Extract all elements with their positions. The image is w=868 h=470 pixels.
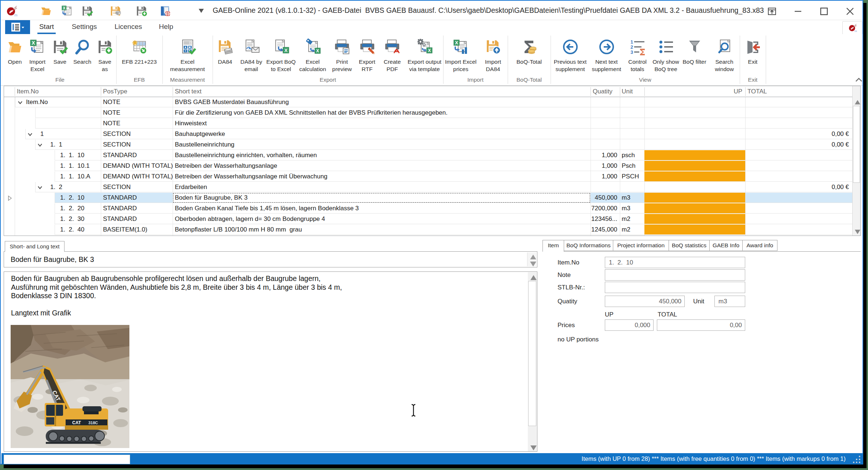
spin-down-icon[interactable]	[527, 259, 536, 266]
save-download-icon[interactable]	[135, 5, 148, 17]
right-panel-tab-award-info[interactable]: Award info	[742, 240, 777, 251]
save-check-icon[interactable]	[81, 5, 93, 17]
table-row[interactable]: STANDARDBoden für Baugrube, BK 3450,000m…	[4, 193, 852, 203]
minimize-button[interactable]	[792, 5, 804, 18]
ribbon-button-label: DA84 byemail	[238, 58, 265, 73]
grid-vertical-scrollbar[interactable]	[852, 86, 860, 236]
collapse-window-icon	[766, 12, 778, 19]
grid-column-header-unit[interactable]: Unit	[622, 86, 646, 97]
table-row[interactable]: NOTEBVBS GAEB Musterdatei Bauausführung	[4, 97, 852, 108]
grid-column-header-postype[interactable]: PosType	[103, 86, 175, 97]
table-row[interactable]: STANDARDBaustelleneinrichtung einrichten…	[4, 150, 852, 161]
scrollbar-thumb[interactable]	[853, 106, 860, 183]
scroll-up-icon[interactable]	[528, 272, 537, 281]
cell-total: 0,00 €	[745, 182, 852, 192]
open-folder-icon[interactable]	[40, 5, 52, 17]
maximize-button[interactable]	[818, 5, 830, 18]
up-price-field[interactable]: 0,000	[605, 319, 654, 331]
menu-tab-start[interactable]: Start	[37, 20, 56, 34]
ribbon-button-label: BoQ filter	[680, 58, 709, 66]
cell-pos-type: NOTE	[101, 108, 173, 118]
svg-text:X: X	[32, 40, 35, 46]
menu-tab-help[interactable]: Help	[157, 20, 175, 34]
tree-expander-icon[interactable]	[17, 100, 23, 106]
total-price-field[interactable]: 0,00	[657, 319, 745, 331]
grid-body: NOTEBVBS GAEB Musterdatei BauausführungI…	[4, 97, 860, 236]
ribbon-button-label: DA84	[213, 58, 238, 66]
book-globe-icon[interactable]	[159, 5, 171, 17]
right-panel-tab-item[interactable]: Item	[542, 240, 564, 252]
menu-tab-settings[interactable]: Settings	[70, 20, 99, 34]
tab-short-and-long-text[interactable]: Short- and Long text	[5, 241, 65, 252]
no-up-portions-text: no UP portions	[558, 335, 599, 344]
grid-column-header-quatity[interactable]: Quatity	[593, 86, 622, 97]
tree-expander-icon[interactable]	[27, 132, 33, 137]
right-panel-tab-project-information[interactable]: Project information	[613, 240, 669, 251]
item-no-field[interactable]: 1. 2. 10	[605, 257, 745, 268]
cell-quantity	[591, 129, 620, 139]
cell-item-no	[35, 118, 101, 129]
unit-field[interactable]: m3	[714, 296, 745, 307]
desktop-background: 21 X GAEB-Online 2021 (v8.1.0.1-32) - GA…	[0, 0, 868, 470]
cell-unit	[620, 182, 644, 192]
save-package-icon[interactable]	[109, 5, 122, 17]
cell-up	[644, 140, 745, 150]
grid-column-header-total[interactable]: TOTAL	[747, 86, 854, 97]
short-text-field[interactable]: Boden für Baugrube, BK 3	[4, 251, 537, 267]
gaeb-brand-button[interactable]: 21	[842, 21, 863, 34]
ribbon-group-view: View	[551, 76, 740, 84]
tree-expander-icon[interactable]	[37, 185, 43, 190]
cell-item-no	[35, 140, 101, 150]
item-no-value: 1	[40, 129, 44, 139]
spin-up-icon[interactable]	[527, 252, 536, 259]
collapse-ribbon-icon[interactable]	[855, 77, 863, 83]
table-row[interactable]: NOTEHinweistext	[4, 118, 852, 129]
grid-column-header-item-no[interactable]: Item.No	[17, 86, 103, 97]
note-field[interactable]	[605, 269, 745, 281]
menu-tab-licences[interactable]: Licences	[114, 20, 143, 34]
right-panel-tab-gaeb-info[interactable]: GAEB Info	[709, 240, 743, 251]
app-menu-button[interactable]	[5, 20, 30, 34]
resize-grip-icon[interactable]	[852, 454, 861, 464]
close-button[interactable]	[844, 5, 856, 18]
scrollbar-thumb[interactable]	[528, 281, 536, 426]
tree-expander-icon[interactable]	[37, 142, 43, 148]
ribbon-button-label: CreatePDF	[379, 58, 406, 73]
import-excel-icon[interactable]: X	[61, 5, 73, 17]
scroll-down-icon[interactable]	[528, 443, 537, 451]
item-no-value: 1. 2. 40	[60, 225, 84, 235]
quantity-field[interactable]: 450,000	[605, 296, 685, 307]
table-row[interactable]: DEMAND (WITH TOTAL)Betreiben der Wasserh…	[4, 161, 852, 171]
create-pdf-icon	[384, 38, 401, 55]
table-row[interactable]: STANDARDOberboden abtragen, lagern d= 30…	[4, 214, 852, 225]
short-text-spinner[interactable]	[527, 252, 536, 266]
prev-supplement-icon	[562, 38, 579, 55]
excel-measurement-icon: 0	[179, 38, 196, 55]
table-row[interactable]: BASEITEM(1.0)Betonpflaster L/B 100/100 m…	[4, 225, 852, 235]
save-check-icon	[52, 38, 69, 55]
table-row[interactable]: SECTIONErdarbeiten0,00 €	[4, 182, 852, 193]
table-row[interactable]: STANDARDBoden Graben Kanal Tiefe bis 1,4…	[4, 203, 852, 214]
svg-text:21: 21	[14, 14, 18, 17]
right-panel-tab-boq-statistics[interactable]: BoQ statistics	[669, 240, 710, 251]
long-text-field[interactable]: Boden für Baugruben ab Baugrubensohle pr…	[4, 271, 537, 452]
table-row[interactable]: SECTIONBaustelleneinrichtung0,00 €	[4, 140, 852, 150]
scroll-up-icon[interactable]	[853, 97, 860, 106]
grid-column-header-up[interactable]: UP	[644, 86, 742, 97]
collapse-window-button[interactable]	[766, 5, 778, 18]
ribbon-button-label: EFB 221+223	[116, 58, 162, 66]
table-row[interactable]: DEMAND (WITH TOTAL)Betreiben der Wasserh…	[4, 171, 852, 182]
cell-pos-type: SECTION	[101, 129, 173, 139]
qat-dropdown-icon[interactable]	[199, 9, 204, 12]
scroll-down-icon[interactable]	[853, 227, 860, 235]
right-panel-tab-boq-informations[interactable]: BoQ Informations	[564, 240, 613, 251]
ribbon-button-label: Only showBoQ tree	[652, 58, 680, 73]
grid-column-header-short-text[interactable]: Short text	[175, 86, 593, 97]
next-supplement-icon	[598, 38, 615, 55]
stlb-nr-field[interactable]	[605, 282, 745, 293]
excavator-photo: CAT CAT 318C	[11, 325, 129, 448]
table-row[interactable]: SECTIONBauhauptgewerke0,00 €	[4, 129, 852, 140]
table-row[interactable]: NOTEFür die Zertifizierung von GAEB DA X…	[4, 108, 852, 118]
cell-total	[745, 203, 852, 214]
long-text-scrollbar[interactable]	[528, 272, 537, 451]
